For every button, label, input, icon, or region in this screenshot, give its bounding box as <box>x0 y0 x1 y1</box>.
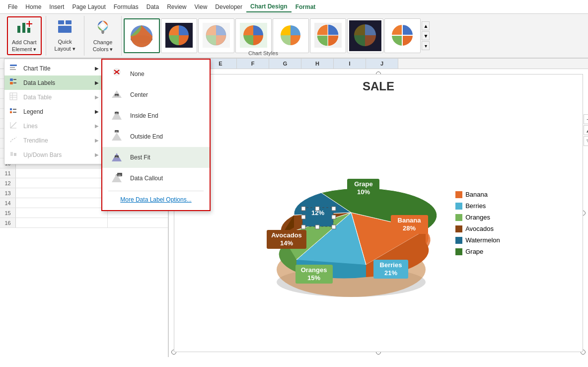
col-header-g: G <box>269 59 301 69</box>
legend-label-banana: Banana <box>465 191 488 198</box>
menu-insert[interactable]: Insert <box>45 2 68 12</box>
inside-end-icon: abc <box>109 109 125 123</box>
none-label: None <box>130 71 145 77</box>
dropdown-item-chart-title[interactable]: Chart Title ▶ <box>4 61 103 75</box>
svg-rect-42 <box>332 225 336 229</box>
svg-rect-1 <box>22 23 25 33</box>
quick-layout-button[interactable]: QuickLayout ▾ <box>50 16 80 55</box>
legend-color-berries <box>455 203 462 210</box>
chart-style-2[interactable] <box>161 18 197 53</box>
svg-rect-39 <box>301 207 305 211</box>
legend-label: Legend <box>23 108 43 115</box>
submenu-best-fit[interactable]: abc Best Fit <box>102 147 210 168</box>
submenu-inside-end[interactable]: abc Inside End <box>102 105 210 126</box>
dropdown-item-data-table[interactable]: Data Table ▶ <box>4 90 103 104</box>
submenu-center[interactable]: abc Center <box>102 84 210 105</box>
quick-layout-group: QuickLayout ▾ <box>46 16 84 56</box>
chart-style-7[interactable] <box>347 18 383 53</box>
data-table-label: Data Table <box>23 94 52 101</box>
chart-style-5[interactable] <box>273 18 309 53</box>
scroll-down[interactable]: ▼ <box>422 31 430 40</box>
chart-title-label: Chart Title <box>23 65 51 72</box>
svg-rect-50 <box>10 65 17 66</box>
data-labels-label: Data Labels <box>23 79 55 86</box>
svg-rect-55 <box>10 82 13 84</box>
chart-style-4[interactable] <box>235 18 272 53</box>
svg-text:Oranges: Oranges <box>301 266 327 274</box>
chart-title: SALE <box>363 79 394 93</box>
dropdown-item-data-labels[interactable]: Data Labels ▶ <box>4 75 103 90</box>
change-colors-label: ChangeColors ▾ <box>93 39 113 52</box>
svg-text:Berries: Berries <box>380 261 402 269</box>
svg-text:abc: abc <box>115 156 118 158</box>
dropdown-item-trendline[interactable]: Trendline ▶ <box>4 133 103 147</box>
add-element-button[interactable]: + <box>584 114 588 124</box>
legend-color-banana <box>455 191 462 198</box>
svg-text:28%: 28% <box>403 224 416 232</box>
filter-button[interactable]: ▽ <box>584 136 588 146</box>
menu-data[interactable]: Data <box>143 2 163 12</box>
svg-rect-0 <box>17 26 20 33</box>
scroll-up[interactable]: ▲ <box>422 21 430 30</box>
chart-legend: Banana Berries Oranges Avocados <box>455 191 500 255</box>
menu-page-layout[interactable]: Page Layout <box>68 2 109 12</box>
svg-rect-52 <box>10 69 16 70</box>
dropdown-item-updown-bars[interactable]: Up/Down Bars ▶ <box>4 147 103 162</box>
menu-formulas[interactable]: Formulas <box>110 2 143 12</box>
brush-button[interactable]: 🖌 <box>584 125 588 135</box>
chart-style-8[interactable] <box>384 18 421 53</box>
lines-icon <box>9 121 19 131</box>
legend-color-grape <box>455 248 462 255</box>
more-data-label-options[interactable]: More Data Label Options... <box>102 193 210 206</box>
chart-wrapper: SALE <box>174 74 583 352</box>
menu-chart-design[interactable]: Chart Design <box>246 1 292 12</box>
svg-line-65 <box>10 122 16 128</box>
add-chart-element-button[interactable]: Add ChartElement ▾ <box>7 16 42 55</box>
legend-item-watermelon: Watermelon <box>455 236 500 244</box>
trendline-label: Trendline <box>23 137 48 144</box>
best-fit-label: Best Fit <box>130 154 150 161</box>
chart-style-6[interactable] <box>310 18 346 53</box>
data-table-arrow: ▶ <box>95 94 99 100</box>
svg-rect-61 <box>10 108 12 110</box>
chart-thumbnails <box>124 18 421 53</box>
submenu-none[interactable]: None <box>102 64 210 84</box>
chart-title-arrow: ▶ <box>95 66 99 71</box>
legend-item-banana: Banana <box>455 191 500 198</box>
submenu-outside-end[interactable]: abc Outside End <box>102 126 210 147</box>
menu-format[interactable]: Format <box>292 2 320 12</box>
col-header-h: H <box>301 59 334 69</box>
svg-rect-46 <box>332 215 336 219</box>
svg-rect-43 <box>315 207 319 211</box>
pie-chart[interactable]: Banana 28% Berries 21% Oranges 15% <box>257 138 445 308</box>
col-header-j: J <box>366 59 398 69</box>
legend-item-berries: Berries <box>455 202 500 210</box>
dropdown-item-lines[interactable]: Lines ▶ <box>4 119 103 133</box>
svg-text:abc: abc <box>115 94 118 97</box>
scroll-arrows: ▲ ▼ ▾ <box>422 21 430 50</box>
chart-style-1[interactable] <box>124 18 160 53</box>
svg-text:abc: abc <box>118 174 121 176</box>
menu-file[interactable]: File <box>4 2 21 12</box>
change-colors-button[interactable]: ChangeColors ▾ <box>88 16 118 55</box>
trendline-arrow: ▶ <box>95 138 99 143</box>
menu-view[interactable]: View <box>191 2 212 12</box>
menu-developer[interactable]: Developer <box>211 2 246 12</box>
submenu-data-callout[interactable]: abc Data Callout <box>102 168 210 189</box>
svg-rect-53 <box>10 78 13 81</box>
scroll-expand[interactable]: ▾ <box>422 41 430 50</box>
updown-bars-arrow: ▶ <box>95 152 99 157</box>
dropdown-item-legend[interactable]: Legend ▶ <box>4 104 103 119</box>
legend-label-avocados: Avocados <box>465 225 494 232</box>
updown-bars-label: Up/Down Bars <box>23 151 62 158</box>
add-chart-label: Add ChartElement ▾ <box>12 39 37 52</box>
menu-review[interactable]: Review <box>163 2 190 12</box>
legend-label-oranges: Oranges <box>465 214 490 221</box>
quick-layout-icon <box>57 19 73 38</box>
legend-item-oranges: Oranges <box>455 214 500 221</box>
chart-style-3[interactable] <box>198 18 234 53</box>
center-icon: abc <box>109 88 125 102</box>
menu-home[interactable]: Home <box>21 2 45 12</box>
legend-label-berries: Berries <box>465 202 486 210</box>
svg-rect-44 <box>315 225 319 229</box>
